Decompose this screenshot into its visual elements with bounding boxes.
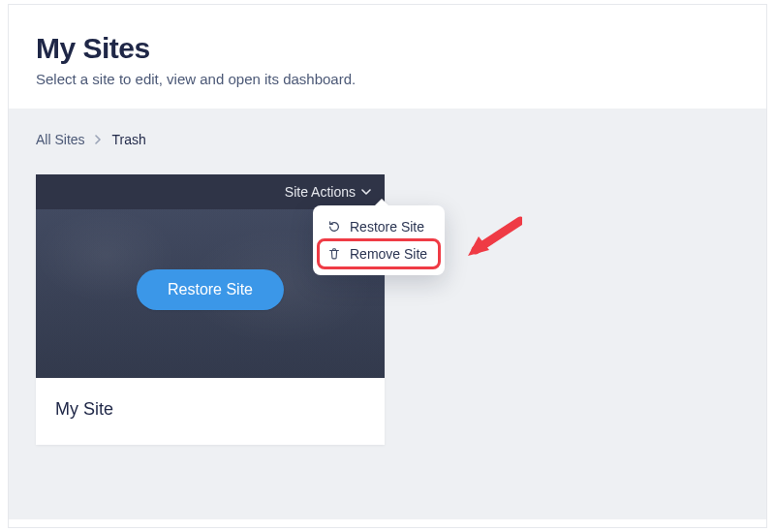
site-actions-button[interactable]: Site Actions	[285, 184, 371, 200]
page-title: My Sites	[36, 32, 739, 65]
annotation-arrow-icon	[462, 215, 522, 267]
card-top-bar: Site Actions	[36, 174, 385, 209]
site-actions-dropdown: Restore Site Remove Site	[313, 205, 445, 275]
site-card: Site Actions Restore Site Restore Site	[36, 174, 385, 445]
page-header: My Sites Select a site to edit, view and…	[9, 5, 766, 109]
trash-icon	[326, 246, 342, 262]
page-subtitle: Select a site to edit, view and open its…	[36, 71, 739, 87]
restore-site-button[interactable]: Restore Site	[137, 269, 284, 310]
app-frame: My Sites Select a site to edit, view and…	[8, 4, 767, 528]
breadcrumb: All Sites Trash	[36, 132, 739, 147]
dropdown-restore-label: Restore Site	[350, 219, 424, 235]
dropdown-remove-label: Remove Site	[350, 246, 427, 262]
site-name: My Site	[36, 378, 385, 445]
site-actions-label: Site Actions	[285, 184, 356, 200]
page-body: All Sites Trash Site Actions Restore Sit	[9, 109, 766, 519]
site-thumbnail: Site Actions Restore Site Restore Site	[36, 174, 385, 378]
breadcrumb-current: Trash	[112, 132, 146, 147]
breadcrumb-all-sites[interactable]: All Sites	[36, 132, 85, 147]
restore-icon	[326, 219, 342, 235]
chevron-right-icon	[95, 135, 103, 144]
dropdown-remove-site[interactable]: Remove Site	[319, 240, 439, 267]
dropdown-restore-site[interactable]: Restore Site	[319, 213, 439, 240]
chevron-down-icon	[361, 187, 371, 197]
